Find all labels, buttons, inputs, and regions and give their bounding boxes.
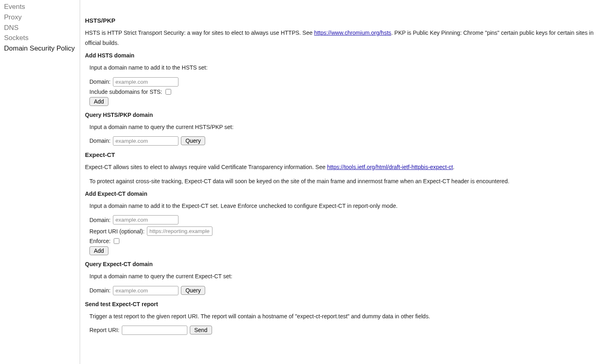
query-expectct-button[interactable]: Query: [181, 286, 205, 295]
query-hsts-domain-label: Domain:: [89, 138, 110, 144]
add-hsts-button[interactable]: Add: [89, 97, 108, 106]
hsts-description-text-pre: HSTS is HTTP Strict Transport Security: …: [85, 30, 314, 36]
sidebar-item-events[interactable]: Events: [4, 2, 76, 12]
query-hsts-help: Input a domain name to query the current…: [89, 122, 602, 132]
sendtest-expectct-report-uri-input[interactable]: [122, 326, 187, 335]
sidebar-item-sockets[interactable]: Sockets: [4, 33, 76, 43]
query-expectct-domain-label: Domain:: [89, 287, 110, 294]
expectct-description: Expect-CT allows sites to elect to alway…: [85, 162, 602, 172]
query-hsts-domain-input[interactable]: [113, 136, 178, 146]
sidebar-item-domain-security-policy[interactable]: Domain Security Policy: [4, 43, 76, 54]
sendtest-expectct-report-uri-label: Report URI:: [89, 327, 119, 333]
expectct-description-post: .: [453, 164, 454, 170]
sidebar: Events Proxy DNS Sockets Domain Security…: [0, 0, 80, 364]
sendtest-expectct-button[interactable]: Send: [190, 326, 212, 334]
add-hsts-heading: Add HSTS domain: [85, 52, 602, 59]
sendtest-expectct-help: Trigger a test report to the given repor…: [89, 311, 602, 322]
add-expectct-heading: Add Expect-CT domain: [85, 190, 602, 197]
expectct-link[interactable]: https://tools.ietf.org/html/draft-ietf-h…: [327, 164, 453, 170]
expectct-description-pre: Expect-CT allows sites to elect to alway…: [85, 164, 327, 170]
add-hsts-include-subdomains-checkbox[interactable]: [166, 89, 171, 95]
add-hsts-domain-label: Domain:: [89, 78, 110, 85]
hsts-heading: HSTS/PKP: [85, 17, 602, 24]
add-hsts-domain-input[interactable]: [113, 77, 178, 87]
add-expectct-domain-label: Domain:: [89, 217, 110, 223]
hsts-link[interactable]: https://www.chromium.org/hsts: [314, 30, 391, 36]
add-hsts-help: Input a domain name to add it to the HST…: [89, 63, 602, 73]
sidebar-item-dns[interactable]: DNS: [4, 23, 76, 33]
add-expectct-enforce-label: Enforce:: [89, 238, 110, 244]
query-expectct-heading: Query Expect-CT domain: [85, 261, 602, 267]
query-hsts-heading: Query HSTS/PKP domain: [85, 112, 602, 118]
query-hsts-button[interactable]: Query: [181, 136, 205, 145]
add-expectct-domain-input[interactable]: [113, 215, 178, 224]
add-expectct-button[interactable]: Add: [89, 246, 108, 255]
add-expectct-report-uri-label: Report URI (optional):: [89, 228, 144, 235]
hsts-description: HSTS is HTTP Strict Transport Security: …: [85, 28, 602, 48]
main-content: HSTS/PKP HSTS is HTTP Strict Transport S…: [80, 0, 607, 364]
add-expectct-enforce-checkbox[interactable]: [114, 238, 119, 244]
add-expectct-report-uri-input[interactable]: [147, 226, 212, 236]
add-expectct-help: Input a domain name to add it to the Exp…: [89, 201, 602, 211]
sidebar-item-proxy[interactable]: Proxy: [4, 12, 76, 23]
sendtest-expectct-heading: Send test Expect-CT report: [85, 301, 602, 307]
query-expectct-help: Input a domain name to query the current…: [89, 271, 602, 281]
expectct-note: To protect against cross-site tracking, …: [89, 176, 602, 186]
query-expectct-domain-input[interactable]: [113, 286, 178, 295]
add-hsts-include-subdomains-label: Include subdomains for STS:: [89, 89, 162, 95]
expectct-heading: Expect-CT: [85, 151, 602, 158]
